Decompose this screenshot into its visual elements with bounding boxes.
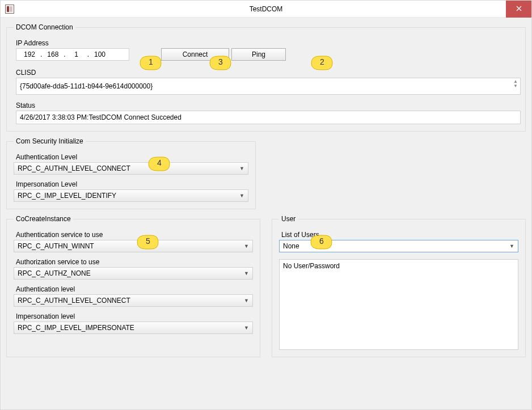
app-icon [5, 5, 14, 14]
ping-button[interactable]: Ping [231, 48, 286, 61]
user-details-box: No User/Password [279, 259, 518, 350]
user-group: User List of Users None ▼ No User/Passwo… [272, 215, 526, 357]
auth-service-combo[interactable]: RPC_C_AUTHN_WINNT ▼ [14, 240, 253, 252]
chevron-down-icon: ▼ [239, 193, 244, 198]
bottom-row: CoCreateInstance Authentication service … [6, 215, 526, 357]
authz-service-label: Authorization service to use [16, 258, 253, 266]
titlebar: TestDCOM [1, 1, 531, 18]
list-of-users-label: List of Users [281, 231, 518, 239]
dcom-connection-legend: DCOM Connection [14, 23, 75, 31]
imp-level-value: RPC_C_IMP_LEVEL_IDENTIFY [18, 192, 116, 200]
auth-level-label: Authentication Level [16, 153, 248, 161]
auth-level-combo[interactable]: RPC_C_AUTHN_LEVEL_CONNECT ▼ [14, 162, 248, 175]
window-title: TestDCOM [250, 5, 283, 13]
chevron-down-icon: ▼ [244, 270, 249, 276]
list-of-users-combo[interactable]: None ▼ [279, 240, 518, 252]
chevron-down-icon: ▼ [244, 243, 249, 249]
imp-level-label: Impersonation Level [16, 180, 248, 188]
auth-level-value: RPC_C_AUTHN_LEVEL_CONNECT [18, 164, 130, 172]
ip-address-label: IP Address [16, 39, 518, 47]
cc-imp-level-combo[interactable]: RPC_C_IMP_LEVEL_IMPERSONATE ▼ [14, 322, 253, 334]
chevron-down-icon: ▼ [244, 325, 249, 331]
status-value: 4/26/2017 3:38:03 PM:TestDCOM Connect Su… [20, 113, 181, 121]
imp-level-combo[interactable]: RPC_C_IMP_LEVEL_IDENTIFY ▼ [14, 189, 248, 202]
clisd-label: CLISD [16, 69, 518, 77]
dcom-connection-group: DCOM Connection IP Address . . . Connect… [6, 23, 526, 132]
ip-octet-1[interactable] [20, 50, 39, 59]
app-window: TestDCOM DCOM Connection IP Address . . … [0, 0, 532, 410]
cocreateinstance-legend: CoCreateInstance [14, 215, 73, 223]
cc-auth-level-label: Authentication level [16, 285, 253, 293]
authz-service-combo[interactable]: RPC_C_AUTHZ_NONE ▼ [14, 267, 253, 280]
com-security-legend: Com Security Initialize [14, 137, 86, 145]
user-details-text: No User/Password [283, 262, 340, 270]
status-label: Status [16, 102, 518, 109]
clisd-value: {75d00afe-dda5-11d1-b944-9e614d000000} [20, 82, 153, 90]
ip-address-input[interactable]: . . . [16, 48, 129, 61]
authz-service-value: RPC_C_AUTHZ_NONE [18, 269, 91, 277]
content-area: DCOM Connection IP Address . . . Connect… [1, 18, 531, 409]
ip-octet-4[interactable] [90, 50, 109, 59]
chevron-down-icon: ▼ [244, 298, 249, 303]
clisd-field[interactable]: {75d00afe-dda5-11d1-b944-9e614d000000} ▲… [16, 78, 521, 95]
cc-auth-level-value: RPC_C_AUTHN_LEVEL_CONNECT [18, 297, 130, 305]
spinner-icon[interactable]: ▲▼ [513, 79, 518, 88]
close-icon [516, 5, 522, 13]
ip-row: . . . Connect Ping [16, 48, 518, 61]
com-security-group: Com Security Initialize Authentication L… [6, 137, 256, 209]
ip-octet-2[interactable] [43, 50, 62, 59]
connect-button[interactable]: Connect [161, 48, 229, 61]
chevron-down-icon: ▼ [509, 243, 514, 249]
cocreateinstance-group: CoCreateInstance Authentication service … [6, 215, 260, 357]
status-field: 4/26/2017 3:38:03 PM:TestDCOM Connect Su… [16, 111, 521, 124]
ip-octet-3[interactable] [67, 50, 86, 59]
user-legend: User [279, 215, 298, 223]
chevron-down-icon: ▼ [239, 166, 244, 171]
cc-imp-level-label: Impersonation level [16, 312, 253, 320]
cc-imp-level-value: RPC_C_IMP_LEVEL_IMPERSONATE [18, 324, 134, 332]
auth-service-label: Authentication service to use [16, 231, 253, 239]
close-button[interactable] [506, 1, 531, 18]
auth-service-value: RPC_C_AUTHN_WINNT [18, 242, 94, 250]
list-of-users-value: None [283, 242, 299, 250]
cc-auth-level-combo[interactable]: RPC_C_AUTHN_LEVEL_CONNECT ▼ [14, 294, 253, 307]
